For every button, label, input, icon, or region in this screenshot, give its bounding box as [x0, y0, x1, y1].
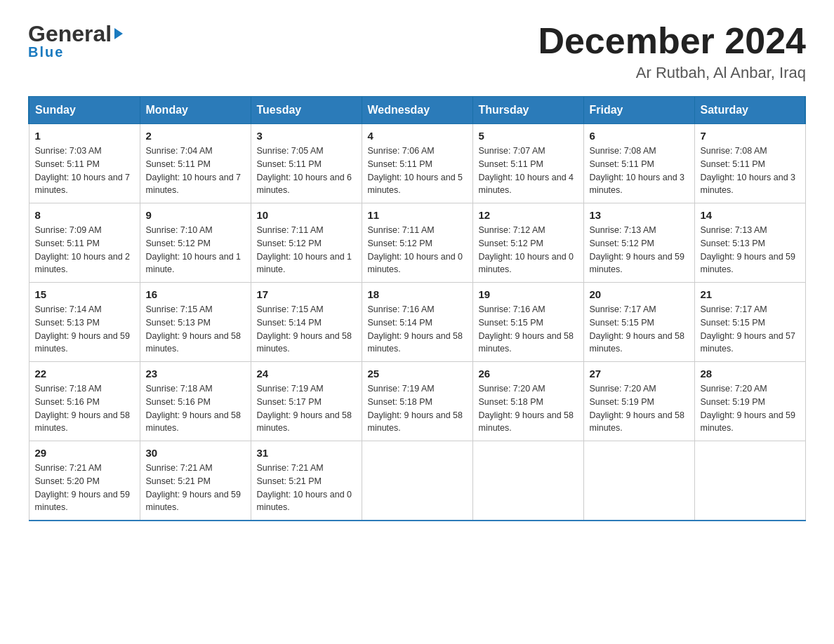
calendar-cell: 8 Sunrise: 7:09 AM Sunset: 5:11 PM Dayli… [29, 203, 140, 283]
day-info: Sunrise: 7:19 AM Sunset: 5:18 PM Dayligh… [368, 382, 467, 435]
day-number: 8 [35, 209, 134, 221]
logo: General Blue [28, 21, 123, 60]
calendar-cell: 7 Sunrise: 7:08 AM Sunset: 5:11 PM Dayli… [694, 124, 805, 203]
day-info: Sunrise: 7:11 AM Sunset: 5:12 PM Dayligh… [257, 224, 356, 276]
calendar-cell: 6 Sunrise: 7:08 AM Sunset: 5:11 PM Dayli… [583, 124, 694, 203]
day-of-week-header: Saturday [694, 97, 805, 124]
calendar-cell: 11 Sunrise: 7:11 AM Sunset: 5:12 PM Dayl… [362, 203, 472, 283]
day-info: Sunrise: 7:21 AM Sunset: 5:20 PM Dayligh… [35, 462, 134, 514]
calendar-cell: 1 Sunrise: 7:03 AM Sunset: 5:11 PM Dayli… [29, 124, 140, 203]
calendar-cell [472, 441, 583, 521]
day-info: Sunrise: 7:20 AM Sunset: 5:18 PM Dayligh… [479, 382, 578, 435]
day-info: Sunrise: 7:17 AM Sunset: 5:15 PM Dayligh… [590, 303, 689, 356]
calendar-cell: 27 Sunrise: 7:20 AM Sunset: 5:19 PM Dayl… [583, 362, 694, 441]
day-info: Sunrise: 7:12 AM Sunset: 5:12 PM Dayligh… [479, 224, 578, 276]
title-block: December 2024 Ar Rutbah, Al Anbar, Iraq [538, 21, 806, 82]
calendar-cell: 3 Sunrise: 7:05 AM Sunset: 5:11 PM Dayli… [251, 124, 362, 203]
calendar-cell [362, 441, 472, 521]
calendar-cell: 24 Sunrise: 7:19 AM Sunset: 5:17 PM Dayl… [251, 362, 362, 441]
day-number: 23 [146, 368, 245, 380]
day-number: 22 [35, 368, 134, 380]
calendar-cell: 5 Sunrise: 7:07 AM Sunset: 5:11 PM Dayli… [472, 124, 583, 203]
logo-triangle-icon [114, 28, 123, 39]
day-number: 25 [368, 368, 467, 380]
day-number: 31 [257, 447, 356, 459]
calendar-cell: 17 Sunrise: 7:15 AM Sunset: 5:14 PM Dayl… [251, 283, 362, 362]
day-info: Sunrise: 7:10 AM Sunset: 5:12 PM Dayligh… [146, 224, 245, 276]
day-of-week-header: Tuesday [251, 97, 362, 124]
day-number: 16 [146, 288, 245, 300]
day-number: 12 [479, 209, 578, 221]
calendar-week-row: 8 Sunrise: 7:09 AM Sunset: 5:11 PM Dayli… [29, 203, 805, 283]
calendar-cell: 14 Sunrise: 7:13 AM Sunset: 5:13 PM Dayl… [694, 203, 805, 283]
calendar-cell: 20 Sunrise: 7:17 AM Sunset: 5:15 PM Dayl… [583, 283, 694, 362]
calendar-cell: 29 Sunrise: 7:21 AM Sunset: 5:20 PM Dayl… [29, 441, 140, 521]
day-info: Sunrise: 7:20 AM Sunset: 5:19 PM Dayligh… [590, 382, 689, 435]
day-info: Sunrise: 7:13 AM Sunset: 5:12 PM Dayligh… [590, 224, 689, 276]
logo-general-text: General [28, 21, 112, 47]
calendar-cell [694, 441, 805, 521]
calendar-cell [583, 441, 694, 521]
day-number: 18 [368, 288, 467, 300]
day-number: 28 [701, 368, 800, 380]
day-of-week-header: Sunday [29, 97, 140, 124]
day-number: 1 [35, 130, 134, 142]
day-info: Sunrise: 7:14 AM Sunset: 5:13 PM Dayligh… [35, 303, 134, 356]
logo-blue-text: Blue [28, 44, 64, 60]
day-number: 9 [146, 209, 245, 221]
calendar-cell: 10 Sunrise: 7:11 AM Sunset: 5:12 PM Dayl… [251, 203, 362, 283]
location-title: Ar Rutbah, Al Anbar, Iraq [538, 64, 806, 82]
calendar-cell: 2 Sunrise: 7:04 AM Sunset: 5:11 PM Dayli… [140, 124, 251, 203]
day-number: 7 [701, 130, 800, 142]
day-info: Sunrise: 7:11 AM Sunset: 5:12 PM Dayligh… [368, 224, 467, 276]
day-info: Sunrise: 7:05 AM Sunset: 5:11 PM Dayligh… [257, 145, 356, 197]
day-number: 29 [35, 447, 134, 459]
calendar-cell: 9 Sunrise: 7:10 AM Sunset: 5:12 PM Dayli… [140, 203, 251, 283]
day-info: Sunrise: 7:16 AM Sunset: 5:15 PM Dayligh… [479, 303, 578, 356]
day-number: 26 [479, 368, 578, 380]
calendar-cell: 31 Sunrise: 7:21 AM Sunset: 5:21 PM Dayl… [251, 441, 362, 521]
day-info: Sunrise: 7:08 AM Sunset: 5:11 PM Dayligh… [701, 145, 800, 197]
calendar-cell: 13 Sunrise: 7:13 AM Sunset: 5:12 PM Dayl… [583, 203, 694, 283]
calendar-cell: 23 Sunrise: 7:18 AM Sunset: 5:16 PM Dayl… [140, 362, 251, 441]
day-info: Sunrise: 7:21 AM Sunset: 5:21 PM Dayligh… [257, 462, 356, 514]
page-header: General Blue December 2024 Ar Rutbah, Al… [28, 21, 806, 82]
day-of-week-header: Monday [140, 97, 251, 124]
day-number: 20 [590, 288, 689, 300]
calendar-cell: 25 Sunrise: 7:19 AM Sunset: 5:18 PM Dayl… [362, 362, 472, 441]
calendar-header-row: SundayMondayTuesdayWednesdayThursdayFrid… [29, 97, 805, 124]
day-number: 3 [257, 130, 356, 142]
day-of-week-header: Thursday [472, 97, 583, 124]
day-number: 13 [590, 209, 689, 221]
day-number: 21 [701, 288, 800, 300]
calendar-cell: 30 Sunrise: 7:21 AM Sunset: 5:21 PM Dayl… [140, 441, 251, 521]
day-of-week-header: Wednesday [362, 97, 472, 124]
day-info: Sunrise: 7:08 AM Sunset: 5:11 PM Dayligh… [590, 145, 689, 197]
calendar-cell: 15 Sunrise: 7:14 AM Sunset: 5:13 PM Dayl… [29, 283, 140, 362]
calendar-cell: 21 Sunrise: 7:17 AM Sunset: 5:15 PM Dayl… [694, 283, 805, 362]
calendar-cell: 4 Sunrise: 7:06 AM Sunset: 5:11 PM Dayli… [362, 124, 472, 203]
calendar-week-row: 22 Sunrise: 7:18 AM Sunset: 5:16 PM Dayl… [29, 362, 805, 441]
calendar-week-row: 15 Sunrise: 7:14 AM Sunset: 5:13 PM Dayl… [29, 283, 805, 362]
calendar-cell: 22 Sunrise: 7:18 AM Sunset: 5:16 PM Dayl… [29, 362, 140, 441]
day-info: Sunrise: 7:06 AM Sunset: 5:11 PM Dayligh… [368, 145, 467, 197]
day-info: Sunrise: 7:16 AM Sunset: 5:14 PM Dayligh… [368, 303, 467, 356]
day-info: Sunrise: 7:15 AM Sunset: 5:13 PM Dayligh… [146, 303, 245, 356]
day-info: Sunrise: 7:19 AM Sunset: 5:17 PM Dayligh… [257, 382, 356, 435]
day-number: 2 [146, 130, 245, 142]
calendar-cell: 18 Sunrise: 7:16 AM Sunset: 5:14 PM Dayl… [362, 283, 472, 362]
day-info: Sunrise: 7:18 AM Sunset: 5:16 PM Dayligh… [146, 382, 245, 435]
day-of-week-header: Friday [583, 97, 694, 124]
day-number: 5 [479, 130, 578, 142]
day-number: 11 [368, 209, 467, 221]
day-info: Sunrise: 7:13 AM Sunset: 5:13 PM Dayligh… [701, 224, 800, 276]
day-number: 17 [257, 288, 356, 300]
calendar-week-row: 29 Sunrise: 7:21 AM Sunset: 5:20 PM Dayl… [29, 441, 805, 521]
day-info: Sunrise: 7:20 AM Sunset: 5:19 PM Dayligh… [701, 382, 800, 435]
day-number: 24 [257, 368, 356, 380]
calendar-week-row: 1 Sunrise: 7:03 AM Sunset: 5:11 PM Dayli… [29, 124, 805, 203]
day-number: 14 [701, 209, 800, 221]
month-title: December 2024 [538, 21, 806, 61]
day-info: Sunrise: 7:18 AM Sunset: 5:16 PM Dayligh… [35, 382, 134, 435]
calendar-table: SundayMondayTuesdayWednesdayThursdayFrid… [28, 96, 806, 521]
